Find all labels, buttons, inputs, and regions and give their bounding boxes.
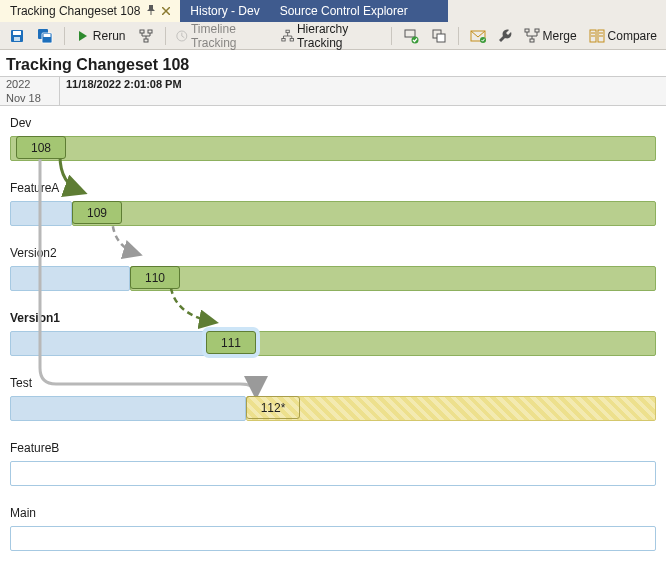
branch-lane[interactable]: 111 bbox=[10, 331, 656, 356]
toolbar-separator bbox=[165, 27, 166, 45]
toolbar-separator bbox=[458, 27, 459, 45]
branch-lane[interactable]: 108 bbox=[10, 136, 656, 161]
date-header: 2022 11/18/2022 2:01:08 PM Nov 18 bbox=[0, 76, 666, 106]
branch-bar-after bbox=[130, 266, 656, 291]
branch-lane[interactable] bbox=[10, 526, 656, 551]
svg-rect-10 bbox=[286, 30, 289, 32]
copy-button[interactable] bbox=[426, 25, 452, 47]
rerun-button[interactable]: Rerun bbox=[71, 26, 131, 46]
branch-bar-empty bbox=[10, 461, 656, 486]
svg-rect-5 bbox=[44, 34, 51, 37]
branch-label: Main bbox=[0, 504, 666, 522]
branch-lane[interactable]: 109 bbox=[10, 201, 656, 226]
close-icon[interactable] bbox=[162, 4, 170, 18]
tab-bar: Tracking Changeset 108 History - Dev Sou… bbox=[0, 0, 666, 22]
branch-row: FeatureB bbox=[0, 439, 666, 486]
branch-label: Test bbox=[0, 374, 666, 392]
select-branch-button[interactable] bbox=[398, 25, 424, 47]
tab-tracking-changeset[interactable]: Tracking Changeset 108 bbox=[0, 0, 180, 22]
svg-rect-2 bbox=[14, 37, 20, 41]
branch-label: Version2 bbox=[0, 244, 666, 262]
branch-row: Version1111 bbox=[0, 309, 666, 356]
svg-rect-8 bbox=[144, 39, 148, 42]
branch-lane[interactable]: 110 bbox=[10, 266, 656, 291]
rerun-label: Rerun bbox=[93, 29, 126, 43]
changeset-node[interactable]: 109 bbox=[72, 201, 122, 224]
timestamp-cell: 11/18/2022 2:01:08 PM bbox=[60, 77, 188, 91]
page-title: Tracking Changeset 108 bbox=[0, 50, 666, 76]
branch-label: Dev bbox=[0, 114, 666, 132]
changeset-node[interactable]: 108 bbox=[16, 136, 66, 159]
timeline-tracking-button[interactable]: Timeline Tracking bbox=[171, 19, 273, 53]
branch-row: Version2110 bbox=[0, 244, 666, 291]
tab-label: Tracking Changeset 108 bbox=[10, 4, 140, 18]
branch-row: Dev108 bbox=[0, 114, 666, 161]
branch-bar-after bbox=[206, 331, 656, 356]
svg-rect-11 bbox=[281, 38, 284, 40]
branch-label: FeatureB bbox=[0, 439, 666, 457]
branch-bar-after bbox=[10, 136, 656, 161]
save-button[interactable] bbox=[4, 25, 30, 47]
year-cell: 2022 bbox=[0, 77, 60, 91]
tab-source-control-explorer[interactable]: Source Control Explorer bbox=[270, 0, 448, 22]
branch-bar-after bbox=[72, 201, 656, 226]
svg-rect-21 bbox=[530, 39, 534, 42]
hierarchy-label: Hierarchy Tracking bbox=[297, 22, 380, 50]
changeset-node[interactable]: 110 bbox=[130, 266, 180, 289]
save-all-button[interactable] bbox=[32, 25, 58, 47]
merge-label: Merge bbox=[543, 29, 577, 43]
day-cell: Nov 18 bbox=[0, 91, 60, 105]
branch-lane[interactable]: 112* bbox=[10, 396, 656, 421]
tab-label: History - Dev bbox=[190, 4, 259, 18]
svg-rect-13 bbox=[405, 30, 415, 37]
branch-row: Test112* bbox=[0, 374, 666, 421]
pin-icon[interactable] bbox=[146, 4, 156, 18]
compare-label: Compare bbox=[608, 29, 657, 43]
toolbar-separator bbox=[391, 27, 392, 45]
svg-rect-20 bbox=[535, 29, 539, 32]
toolbar: Rerun Timeline Tracking Hierarchy Tracki… bbox=[0, 22, 666, 50]
toolbar-separator bbox=[64, 27, 65, 45]
svg-rect-12 bbox=[290, 38, 293, 40]
hierarchy-tracking-button[interactable]: Hierarchy Tracking bbox=[276, 19, 385, 53]
tab-label: Source Control Explorer bbox=[280, 4, 408, 18]
branch-row: FeatureA109 bbox=[0, 179, 666, 226]
branch-label: Version1 bbox=[0, 309, 666, 327]
mail-button[interactable] bbox=[465, 26, 491, 46]
svg-rect-19 bbox=[525, 29, 529, 32]
branch-bar-before bbox=[10, 396, 246, 421]
svg-rect-7 bbox=[148, 30, 152, 33]
branch-bar-before bbox=[10, 266, 130, 291]
branch-bar-empty bbox=[10, 526, 656, 551]
branch-lane[interactable] bbox=[10, 461, 656, 486]
branch-label: FeatureA bbox=[0, 179, 666, 197]
branch-row: Main bbox=[0, 504, 666, 551]
branch-picker-button[interactable] bbox=[133, 25, 159, 47]
svg-rect-1 bbox=[13, 31, 21, 35]
branch-bar-after bbox=[246, 396, 656, 421]
branch-bar-before bbox=[10, 331, 206, 356]
svg-rect-6 bbox=[140, 30, 144, 33]
branch-bar-before bbox=[10, 201, 72, 226]
changeset-node[interactable]: 111 bbox=[206, 331, 256, 354]
tracking-canvas: Dev108FeatureA109Version2110Version1111T… bbox=[0, 106, 666, 551]
merge-button[interactable]: Merge bbox=[519, 25, 582, 47]
compare-button[interactable]: Compare bbox=[584, 25, 662, 47]
svg-rect-16 bbox=[437, 34, 445, 42]
timeline-label: Timeline Tracking bbox=[191, 22, 269, 50]
settings-button[interactable] bbox=[493, 26, 517, 46]
changeset-node[interactable]: 112* bbox=[246, 396, 300, 419]
